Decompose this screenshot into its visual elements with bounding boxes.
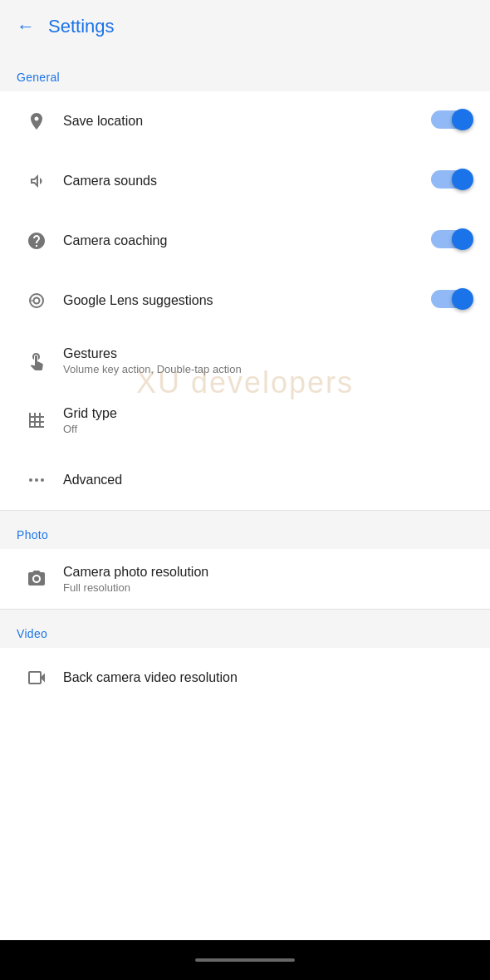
- svg-point-3: [29, 478, 32, 482]
- general-section-title: General: [17, 71, 60, 84]
- camera-sounds-toggle[interactable]: [431, 167, 473, 196]
- settings-screen: ← Settings XU developers General Save lo…: [0, 0, 490, 980]
- svg-point-1: [34, 298, 40, 304]
- google-lens-toggle[interactable]: [431, 287, 473, 316]
- grid-icon: [17, 410, 56, 430]
- back-camera-video-resolution-text: Back camera video resolution: [63, 670, 473, 685]
- general-section-header: General: [0, 53, 490, 91]
- videocam-icon: [17, 668, 56, 688]
- grid-type-subtitle: Off: [63, 423, 473, 435]
- gestures-title: Gestures: [63, 346, 473, 361]
- camera-photo-resolution-text: Camera photo resolution Full resolution: [63, 565, 473, 594]
- camera-photo-resolution-title: Camera photo resolution: [63, 565, 473, 580]
- more-icon: [17, 470, 56, 490]
- advanced-item[interactable]: Advanced: [0, 450, 490, 510]
- grid-type-text: Grid type Off: [63, 406, 473, 435]
- svg-point-5: [41, 478, 44, 482]
- camera-coaching-toggle[interactable]: [431, 227, 473, 256]
- settings-content: General Save location: [0, 53, 490, 940]
- camera-sounds-title: Camera sounds: [63, 174, 418, 189]
- back-camera-video-resolution-item[interactable]: Back camera video resolution: [0, 648, 490, 708]
- location-icon: [17, 111, 56, 131]
- volume-icon: [17, 171, 56, 191]
- bottom-home-indicator: [195, 958, 295, 962]
- svg-point-6: [34, 576, 39, 581]
- help-icon: [17, 231, 56, 251]
- camera-sounds-item[interactable]: Camera sounds: [0, 151, 490, 211]
- save-location-toggle[interactable]: [431, 107, 473, 136]
- grid-type-title: Grid type: [63, 406, 473, 421]
- google-lens-item[interactable]: Google Lens suggestions: [0, 271, 490, 331]
- lens-icon: [17, 291, 56, 311]
- camera-photo-resolution-item[interactable]: Camera photo resolution Full resolution: [0, 549, 490, 609]
- header: ← Settings: [0, 0, 490, 53]
- advanced-text: Advanced: [63, 473, 473, 488]
- camera-photo-resolution-subtitle: Full resolution: [63, 581, 473, 594]
- page-title: Settings: [48, 16, 115, 37]
- save-location-title: Save location: [63, 114, 418, 129]
- save-location-text: Save location: [63, 114, 418, 129]
- video-section-header: Video: [0, 610, 490, 648]
- grid-type-item[interactable]: Grid type Off: [0, 390, 490, 450]
- google-lens-text: Google Lens suggestions: [63, 293, 418, 308]
- back-button[interactable]: ←: [17, 16, 35, 37]
- bottom-nav-bar: [0, 940, 490, 980]
- gesture-icon: [17, 350, 56, 370]
- gestures-item[interactable]: Gestures Volume key action, Double-tap a…: [0, 331, 490, 390]
- camera-icon: [17, 569, 56, 589]
- video-section-title: Video: [17, 627, 47, 640]
- camera-coaching-title: Camera coaching: [63, 233, 418, 248]
- back-camera-video-resolution-title: Back camera video resolution: [63, 670, 473, 685]
- camera-coaching-text: Camera coaching: [63, 233, 418, 248]
- advanced-title: Advanced: [63, 473, 473, 488]
- svg-point-2: [32, 300, 33, 301]
- gestures-text: Gestures Volume key action, Double-tap a…: [63, 346, 473, 375]
- photo-section-title: Photo: [17, 528, 48, 541]
- gestures-subtitle: Volume key action, Double-tap action: [63, 363, 473, 375]
- svg-point-4: [35, 478, 38, 482]
- save-location-item[interactable]: Save location: [0, 91, 490, 151]
- camera-sounds-text: Camera sounds: [63, 174, 418, 189]
- google-lens-title: Google Lens suggestions: [63, 293, 418, 308]
- photo-section-header: Photo: [0, 511, 490, 549]
- camera-coaching-item[interactable]: Camera coaching: [0, 211, 490, 271]
